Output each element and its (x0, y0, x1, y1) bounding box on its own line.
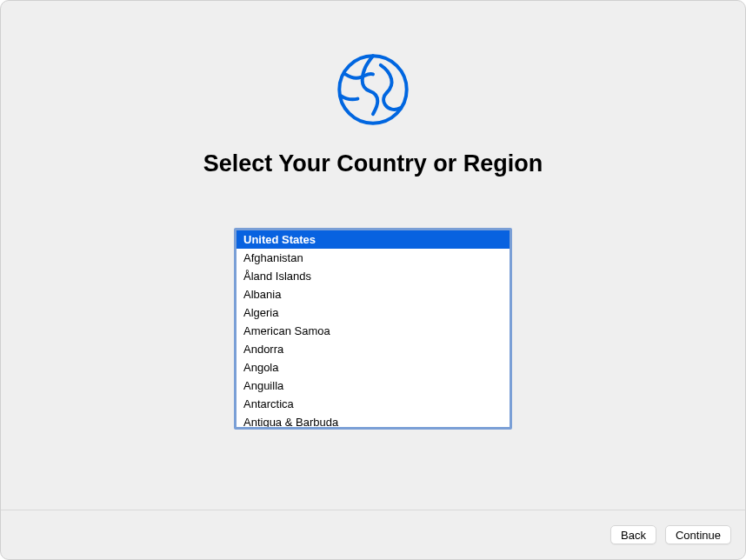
country-option[interactable]: Antarctica (236, 395, 510, 413)
main-content: Select Your Country or Region United Sta… (1, 1, 745, 510)
country-option[interactable]: Åland Islands (236, 267, 510, 285)
country-option[interactable]: Angola (236, 358, 510, 377)
country-option[interactable]: Albania (236, 285, 510, 303)
country-option[interactable]: United States (236, 230, 510, 249)
country-option[interactable]: Anguilla (236, 377, 510, 395)
country-listbox[interactable]: United StatesAfghanistanÅland IslandsAlb… (234, 228, 512, 430)
continue-button[interactable]: Continue (665, 525, 731, 544)
country-option[interactable]: American Samoa (236, 322, 510, 340)
country-option[interactable]: Afghanistan (236, 249, 510, 267)
country-option[interactable]: Andorra (236, 340, 510, 358)
globe-icon (335, 51, 411, 128)
country-option[interactable]: Antigua & Barbuda (236, 413, 510, 430)
country-option[interactable]: Algeria (236, 303, 510, 322)
footer-toolbar: Back Continue (1, 510, 745, 559)
back-button[interactable]: Back (610, 525, 656, 544)
setup-assistant-window: Select Your Country or Region United Sta… (0, 0, 746, 560)
page-title: Select Your Country or Region (203, 150, 543, 177)
